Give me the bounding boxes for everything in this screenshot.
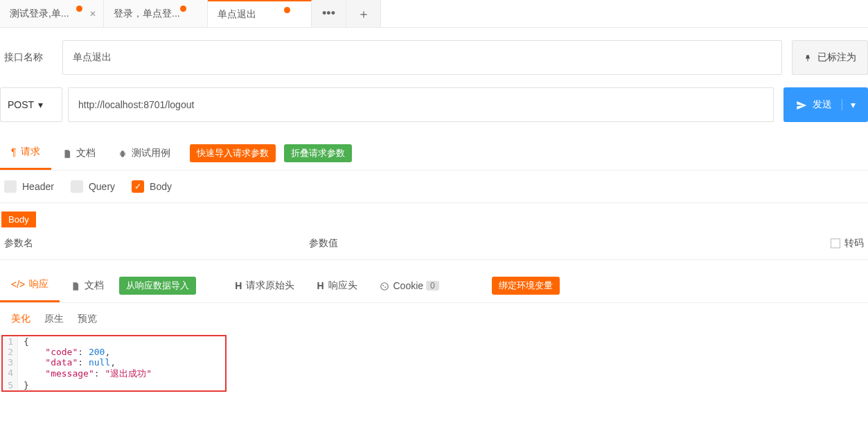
code-line-5: }: [18, 380, 35, 390]
param-type-row: Header Query ✓ Body: [0, 171, 868, 203]
document-icon: [71, 279, 80, 291]
resp-tab-doc[interactable]: 文档: [60, 268, 115, 302]
resp-response-label: 响应: [29, 278, 48, 291]
caret-down-icon[interactable]: ▾: [842, 99, 856, 110]
ellipsis-icon: •••: [322, 6, 335, 21]
plus-icon: ＋: [357, 6, 370, 22]
tab-label: 登录，单点登...: [114, 8, 180, 20]
view-mode-raw[interactable]: 原生: [37, 310, 71, 328]
tab-more-button[interactable]: •••: [312, 0, 346, 27]
modified-dot-icon: [180, 6, 186, 12]
import-from-response-label: 从响应数据导入: [126, 279, 189, 292]
http-method-select[interactable]: POST ▾: [0, 87, 62, 122]
param-encode-header: 转码: [822, 237, 864, 250]
heading-icon: H: [317, 280, 324, 291]
response-subnav: </> 响应 文档 从响应数据导入 H 请求原始头 H 响应头 Cookie 0…: [0, 268, 868, 303]
resp-tab-resp-header[interactable]: H 响应头: [305, 268, 368, 302]
svg-point-2: [384, 286, 386, 288]
body-label: Body: [150, 181, 172, 192]
send-icon: [796, 98, 807, 110]
body-section-tag: Body: [1, 212, 36, 227]
heading-icon: H: [235, 280, 242, 291]
fast-import-button[interactable]: 快速导入请求参数: [190, 144, 276, 162]
req-raw-header-label: 请求原始头: [246, 279, 294, 292]
modified-dot-icon: [76, 6, 82, 12]
line-number: 1: [3, 336, 18, 347]
encode-label: 转码: [844, 237, 864, 248]
subnav-test[interactable]: 测试用例: [107, 136, 181, 170]
resp-tab-req-raw-header[interactable]: H 请求原始头: [224, 268, 305, 302]
marked-label: 已标注为: [817, 51, 856, 64]
cookie-icon: [380, 279, 389, 291]
url-value: http://localhost:8701/logout: [78, 99, 194, 110]
send-label: 发送: [813, 98, 832, 111]
request-line-row: POST ▾ http://localhost:8701/logout 发送 ▾: [0, 87, 868, 122]
code-line-2: "code": 200,: [18, 347, 116, 357]
collapse-params-button[interactable]: 折叠请求参数: [284, 144, 352, 162]
code-line-1: {: [18, 336, 35, 347]
modified-dot-icon: [284, 7, 290, 13]
resp-tab-cookie[interactable]: Cookie 0: [369, 268, 450, 302]
param-value-header: 参数值: [309, 237, 822, 250]
param-name-header: 参数名: [4, 237, 309, 250]
interface-name-label: 接口名称: [0, 40, 62, 75]
header-checkbox[interactable]: [4, 180, 17, 193]
tab-label: 单点退出: [218, 8, 256, 21]
subnav-request[interactable]: ¶ 请求: [0, 136, 51, 170]
top-tabs: 测试登录,单... ✕ 登录，单点登... 单点退出 ••• ＋: [0, 0, 868, 28]
resp-header-label: 响应头: [328, 279, 357, 292]
document-icon: [62, 147, 72, 158]
code-line-4: "message": "退出成功": [18, 368, 157, 380]
send-button[interactable]: 发送 ▾: [783, 87, 868, 122]
tab-2[interactable]: 单点退出: [208, 0, 312, 27]
bind-env-label: 绑定环境变量: [499, 279, 553, 292]
encode-checkbox[interactable]: [831, 239, 840, 248]
view-mode-pretty[interactable]: 美化: [4, 310, 37, 328]
svg-point-1: [382, 285, 384, 286]
line-number: 2: [3, 347, 18, 357]
interface-name-input[interactable]: 单点退出: [62, 40, 782, 75]
params-header-row: 参数名 参数值 转码: [0, 227, 868, 260]
query-label: Query: [89, 181, 115, 192]
line-number: 4: [3, 368, 18, 380]
resp-tab-response[interactable]: </> 响应: [0, 268, 60, 302]
subnav-test-label: 测试用例: [132, 147, 170, 159]
code-icon: </>: [11, 279, 25, 290]
url-input[interactable]: http://localhost:8701/logout: [68, 87, 774, 122]
marked-button[interactable]: 已标注为: [792, 40, 868, 75]
code-line-3: "data": null,: [18, 357, 121, 368]
view-mode-preview[interactable]: 预览: [71, 310, 104, 328]
tab-1[interactable]: 登录，单点登...: [104, 0, 208, 27]
cookie-label: Cookie: [393, 280, 424, 291]
svg-point-0: [380, 282, 388, 290]
body-checkbox[interactable]: ✓: [132, 180, 144, 193]
bind-env-button[interactable]: 绑定环境变量: [492, 277, 560, 295]
cookie-count-badge: 0: [426, 281, 439, 291]
view-mode-tabs: 美化 原生 预览: [0, 303, 868, 335]
subnav-request-label: 请求: [21, 146, 40, 158]
import-from-response-button[interactable]: 从响应数据导入: [119, 277, 196, 295]
line-number: 5: [3, 380, 18, 390]
pin-icon: [804, 52, 812, 63]
caret-down-icon: ▾: [38, 99, 43, 110]
subnav-doc-label: 文档: [76, 147, 96, 159]
fast-import-label: 快速导入请求参数: [197, 147, 269, 159]
close-icon[interactable]: ✕: [89, 9, 96, 19]
paragraph-icon: ¶: [11, 146, 17, 157]
collapse-params-label: 折叠请求参数: [291, 147, 345, 159]
request-subnav: ¶ 请求 文档 测试用例 快速导入请求参数 折叠请求参数: [0, 136, 868, 171]
tab-0[interactable]: 测试登录,单... ✕: [0, 0, 104, 27]
query-checkbox[interactable]: [71, 180, 83, 193]
resp-doc-label: 文档: [85, 279, 104, 292]
tab-add-button[interactable]: ＋: [346, 0, 381, 27]
response-body-code[interactable]: 1 { 2 "code": 200, 3 "data": null, 4 "me…: [1, 335, 227, 392]
http-method-value: POST: [8, 99, 34, 110]
header-label: Header: [22, 181, 54, 192]
tab-label: 测试登录,单...: [10, 8, 69, 20]
bug-icon: [118, 147, 127, 158]
line-number: 3: [3, 357, 18, 368]
interface-name-row: 接口名称 单点退出 已标注为: [0, 40, 868, 75]
subnav-doc[interactable]: 文档: [51, 136, 107, 170]
interface-name-value: 单点退出: [73, 51, 112, 64]
